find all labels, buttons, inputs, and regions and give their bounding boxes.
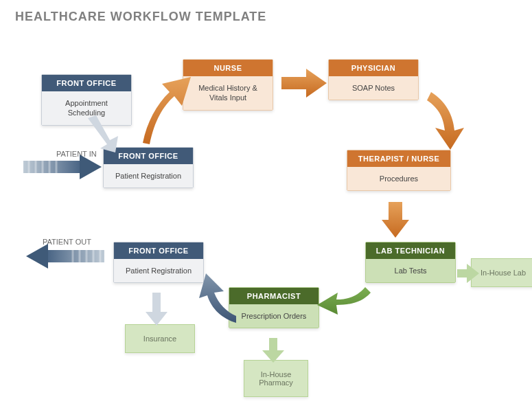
card-task: Lab Tests xyxy=(366,259,455,282)
card-role: PHARMACIST xyxy=(229,288,319,304)
svg-marker-18 xyxy=(262,338,284,363)
card-role: THERAPIST / NURSE xyxy=(347,150,450,167)
card-task: Patient Registration xyxy=(114,259,203,282)
arrow-therapist-to-lab-icon xyxy=(382,202,409,238)
card-nurse: NURSE Medical History & Vitals Input xyxy=(183,59,273,111)
card-task: Medical History & Vitals Input xyxy=(183,76,273,110)
arrow-pharm-to-inpharm-icon xyxy=(262,338,284,363)
svg-marker-17 xyxy=(146,293,167,326)
card-task: SOAP Notes xyxy=(329,76,418,100)
arrow-patient-out-icon xyxy=(26,244,104,269)
card-pharmacist: PHARMACIST Prescription Orders xyxy=(229,287,319,328)
card-task: Procedures xyxy=(347,167,450,190)
card-lab-technician: LAB TECHNICIAN Lab Tests xyxy=(365,242,456,283)
card-front-office-registration-2: FRONT OFFICE Patient Registration xyxy=(113,242,204,283)
aux-inhouse-pharmacy: In-House Pharmacy xyxy=(244,360,308,397)
card-therapist-nurse: THERAPIST / NURSE Procedures xyxy=(347,150,451,191)
card-task: Appointment Scheduling xyxy=(42,91,131,125)
workflow-canvas: HEALTHCARE WORKFLOW TEMPLATE PATIENT IN … xyxy=(0,0,532,419)
arrow-fo-to-insurance-icon xyxy=(146,293,167,326)
card-role: LAB TECHNICIAN xyxy=(366,242,455,259)
card-role: FRONT OFFICE xyxy=(114,242,203,259)
arrow-patient-in-icon xyxy=(23,155,102,179)
card-front-office-appointment: FRONT OFFICE Appointment Scheduling xyxy=(41,74,132,126)
page-title: HEALTHCARE WORKFLOW TEMPLATE xyxy=(15,10,266,24)
arrow-lab-to-pharmacist-icon xyxy=(317,287,371,315)
card-role: FRONT OFFICE xyxy=(42,75,131,91)
label-patient-in: PATIENT IN xyxy=(56,150,97,158)
aux-insurance: Insurance xyxy=(125,324,195,353)
card-task: Patient Registration xyxy=(104,164,193,188)
arrow-nurse-to-physician-icon xyxy=(281,69,327,98)
card-role: PHYSICIAN xyxy=(329,60,418,76)
card-role: FRONT OFFICE xyxy=(104,148,193,164)
svg-marker-15 xyxy=(281,69,327,98)
card-task: Prescription Orders xyxy=(229,304,319,328)
svg-marker-16 xyxy=(382,202,409,238)
svg-rect-0 xyxy=(23,161,80,173)
arrow-physician-to-therapist-icon xyxy=(427,92,464,150)
card-front-office-registration-1: FRONT OFFICE Patient Registration xyxy=(103,147,194,188)
svg-marker-13 xyxy=(26,244,48,269)
card-role: NURSE xyxy=(183,60,273,76)
svg-rect-7 xyxy=(48,250,104,262)
card-physician: PHYSICIAN SOAP Notes xyxy=(328,59,419,100)
aux-inhouse-lab: In-House Lab xyxy=(471,258,532,287)
svg-marker-6 xyxy=(80,155,102,179)
label-patient-out: PATIENT OUT xyxy=(43,238,91,246)
